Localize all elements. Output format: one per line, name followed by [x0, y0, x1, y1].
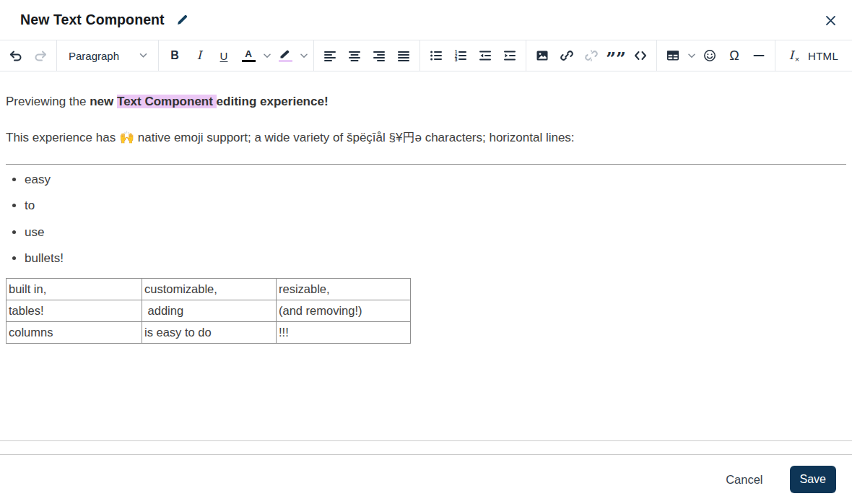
align-left-button[interactable] [318, 43, 342, 68]
text-run-highlighted: Text Component [117, 95, 217, 108]
insert-image-button[interactable] [530, 43, 555, 68]
save-button[interactable]: Save [790, 466, 836, 493]
dialog-footer: Cancel Save [0, 455, 852, 504]
indent-button[interactable] [497, 43, 522, 68]
link-icon [560, 48, 574, 63]
italic-label: I [197, 50, 201, 61]
underline-label: U [220, 51, 228, 61]
paragraph-format-label: Paragraph [69, 50, 119, 62]
table-button[interactable] [661, 43, 685, 68]
editor-toolbar: Paragraph B I U A [0, 40, 852, 71]
blockquote-label: ”” [606, 47, 626, 64]
emoji-icon [703, 48, 717, 63]
table-cell[interactable]: !!! [277, 321, 411, 343]
block-format-group: Paragraph [56, 40, 158, 71]
horizontal-rule-button[interactable] [747, 43, 771, 68]
align-center-icon [347, 48, 362, 63]
table-cell[interactable]: customizable, [142, 278, 277, 300]
align-justify-icon [396, 48, 411, 63]
table-menu-button[interactable] [685, 43, 697, 68]
code-icon [633, 48, 648, 63]
table-cell[interactable]: (and removing!) [277, 300, 411, 321]
paragraph-intro[interactable]: Previewing the new Text Component editin… [6, 93, 846, 110]
table-cell[interactable]: is easy to do [142, 321, 277, 343]
editor-statusbar [0, 441, 852, 455]
editor-content[interactable]: Previewing the new Text Component editin… [0, 71, 852, 441]
highlight-color-bar [279, 60, 292, 63]
table-cell[interactable]: adding [142, 300, 277, 321]
bullet-list-icon [429, 48, 443, 63]
clear-formatting-label: I× [789, 50, 794, 61]
text-color-menu-button[interactable] [261, 43, 273, 68]
numbered-list-button[interactable]: 1 2 3 [448, 43, 473, 68]
table-row: columns is easy to do !!! [6, 321, 411, 343]
list-item[interactable]: easy [25, 173, 846, 187]
text-run-bold: editing experience! [217, 95, 329, 108]
chevron-down-icon [139, 53, 147, 58]
table-cell[interactable]: tables! [6, 300, 142, 321]
omega-label: Ω [729, 49, 739, 62]
unlink-button[interactable] [579, 43, 604, 68]
table-icon [666, 48, 680, 63]
misc-group: I× HTML [775, 40, 846, 71]
insert-group: ”” [526, 40, 656, 71]
chevron-down-icon [264, 53, 271, 58]
content-table: built in, customizable, resizable, table… [6, 278, 411, 344]
table-cell[interactable]: resizable, [277, 278, 411, 300]
undo-button[interactable] [4, 43, 28, 68]
list-item[interactable]: use [25, 225, 846, 240]
bold-button[interactable]: B [162, 43, 187, 68]
align-right-button[interactable] [367, 43, 391, 68]
align-justify-button[interactable] [391, 43, 416, 68]
table-row: built in, customizable, resizable, [6, 278, 411, 300]
close-button[interactable] [819, 9, 842, 32]
special-character-button[interactable]: Ω [722, 43, 747, 68]
text-run: Previewing the [6, 95, 90, 108]
edit-title-button[interactable] [175, 13, 189, 27]
redo-icon [33, 48, 48, 63]
svg-text:3: 3 [455, 57, 458, 62]
paragraph-features[interactable]: This experience has 🙌 native emoji suppo… [6, 129, 846, 147]
code-button[interactable] [628, 43, 653, 68]
text-color-label: A [245, 49, 252, 59]
clear-formatting-button[interactable]: I× [779, 43, 804, 68]
numbered-list-icon: 1 2 3 [453, 48, 468, 63]
list-item[interactable]: bullets! [25, 251, 846, 266]
align-center-button[interactable] [342, 43, 367, 68]
highlighter-icon [279, 49, 291, 58]
table-row: tables! adding (and removing!) [6, 300, 411, 321]
highlight-color-menu-button[interactable] [297, 43, 310, 68]
table-cell[interactable]: built in, [6, 278, 142, 300]
objects-group: Ω [656, 40, 775, 71]
horizontal-rule [6, 164, 846, 165]
underline-button[interactable]: U [212, 43, 236, 68]
align-right-icon [372, 48, 386, 63]
indent-icon [503, 48, 517, 63]
chevron-down-icon [688, 53, 695, 58]
text-color-button[interactable]: A [236, 43, 261, 68]
redo-button[interactable] [28, 43, 53, 68]
close-icon [825, 14, 837, 27]
highlight-color-button[interactable] [273, 43, 297, 68]
bullet-list-button[interactable] [424, 43, 448, 68]
undo-icon [9, 48, 23, 63]
insert-link-button[interactable] [555, 43, 579, 68]
list-indent-group: 1 2 3 [420, 40, 526, 71]
outdent-icon [478, 48, 492, 63]
html-label: HTML [808, 50, 838, 62]
page-title: New Text Component [20, 12, 165, 28]
table-cell[interactable]: columns [6, 321, 142, 343]
outdent-button[interactable] [473, 43, 497, 68]
blockquote-button[interactable]: ”” [604, 43, 628, 68]
history-group [0, 40, 56, 71]
bullet-list: easy to use bullets! [6, 173, 846, 266]
html-source-button[interactable]: HTML [804, 43, 843, 68]
cancel-button[interactable]: Cancel [726, 473, 762, 487]
italic-button[interactable]: I [187, 43, 212, 68]
chevron-down-icon [300, 53, 308, 58]
unlink-icon [584, 48, 599, 63]
emoji-button[interactable] [697, 43, 722, 68]
text-color-swatch: A [242, 49, 256, 63]
list-item[interactable]: to [25, 199, 846, 213]
paragraph-format-select[interactable]: Paragraph [61, 43, 155, 68]
